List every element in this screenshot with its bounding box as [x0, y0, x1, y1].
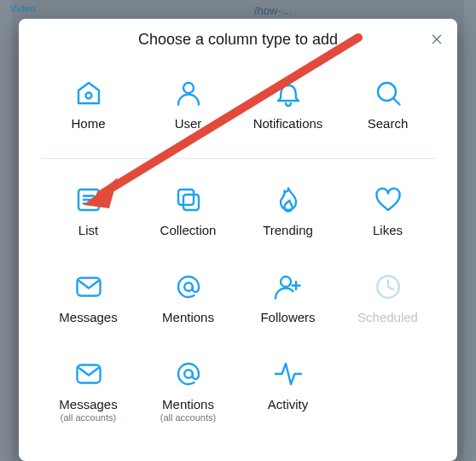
- tile-activity[interactable]: Activity: [242, 357, 334, 423]
- at-icon: [171, 270, 206, 304]
- tile-trending[interactable]: Trending: [242, 183, 334, 246]
- envelope-icon: [72, 357, 106, 391]
- tile-label: Scheduled: [357, 311, 418, 324]
- tile-label: Collection: [160, 224, 217, 236]
- svg-point-15: [281, 277, 291, 287]
- tile-messages-all[interactable]: Messages (all accounts): [43, 357, 134, 423]
- tile-likes[interactable]: Likes: [342, 183, 433, 246]
- tiles-bottom-grid: List Collection Trending Likes Messages: [19, 159, 457, 440]
- bg-video-label: Video: [10, 3, 35, 14]
- tile-followers[interactable]: Followers: [242, 270, 334, 333]
- search-icon: [371, 76, 405, 110]
- tile-search[interactable]: Search: [342, 76, 433, 139]
- tile-label: Mentions: [162, 398, 214, 411]
- at-icon: [171, 357, 206, 391]
- modal-title: Choose a column type to add: [53, 31, 423, 49]
- svg-point-2: [85, 93, 91, 99]
- tile-label: Trending: [263, 224, 313, 236]
- svg-rect-11: [178, 190, 194, 205]
- tile-mentions-all[interactable]: Mentions (all accounts): [142, 357, 234, 423]
- user-icon: [171, 76, 206, 110]
- list-icon: [72, 183, 106, 217]
- clock-icon: [371, 270, 405, 304]
- followers-icon: [271, 270, 305, 304]
- tile-label: Activity: [268, 398, 309, 411]
- svg-point-20: [184, 370, 193, 378]
- tile-user[interactable]: User: [142, 76, 234, 139]
- svg-point-14: [184, 283, 193, 291]
- tile-scheduled: Scheduled: [342, 270, 433, 333]
- tile-label: Mentions: [162, 311, 214, 324]
- svg-rect-12: [183, 195, 199, 210]
- tile-subtitle: (all accounts): [160, 412, 216, 423]
- tile-label: Likes: [373, 224, 403, 236]
- modal-header: Choose a column type to add: [19, 19, 457, 57]
- home-icon: [72, 76, 106, 110]
- tile-list[interactable]: List: [43, 183, 134, 246]
- tile-label: User: [175, 117, 202, 130]
- tile-home[interactable]: Home: [43, 76, 134, 139]
- tile-mentions[interactable]: Mentions: [142, 270, 234, 333]
- svg-point-5: [378, 83, 396, 101]
- tile-label: Followers: [260, 311, 315, 324]
- flame-icon: [271, 183, 305, 217]
- collection-icon: [171, 183, 206, 217]
- tile-label: Messages: [59, 311, 117, 324]
- svg-line-6: [393, 99, 399, 105]
- tile-label: Messages: [59, 398, 117, 411]
- tile-collection[interactable]: Collection: [142, 183, 234, 246]
- tile-label: Home: [71, 117, 105, 130]
- heart-icon: [371, 183, 405, 217]
- svg-point-3: [183, 83, 194, 93]
- bg-how-text: /how-…: [254, 4, 293, 17]
- envelope-icon: [72, 270, 106, 304]
- tile-subtitle: (all accounts): [61, 412, 116, 423]
- activity-icon: [271, 357, 305, 391]
- close-icon: [430, 32, 444, 46]
- tile-label: Search: [368, 117, 409, 130]
- bell-icon: [271, 76, 305, 110]
- tile-label: List: [78, 224, 98, 236]
- close-button[interactable]: [428, 31, 445, 48]
- tiles-top-grid: Home User Notifications Search: [19, 57, 457, 158]
- tile-messages[interactable]: Messages: [43, 270, 134, 333]
- tile-label: Notifications: [253, 117, 323, 130]
- column-type-modal: Choose a column type to add Home User No…: [19, 19, 457, 461]
- tile-notifications[interactable]: Notifications: [242, 76, 334, 139]
